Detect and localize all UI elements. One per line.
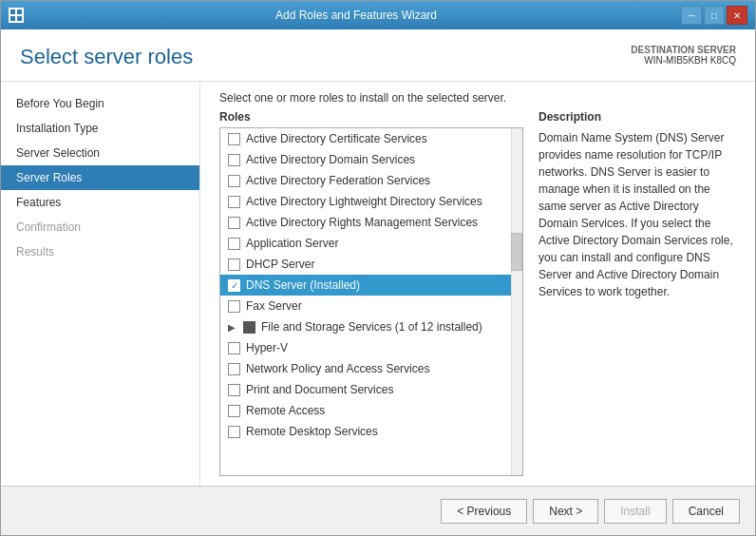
roles-list-container: Roles Active Directory Certificate Servi… xyxy=(219,110,523,476)
nav-item-results: Results xyxy=(1,239,199,264)
scrollbar-thumb[interactable] xyxy=(511,233,522,271)
role-checkbox-dhcp[interactable] xyxy=(228,258,240,271)
role-checkbox-network-policy[interactable] xyxy=(228,363,240,375)
nav-item-server-roles[interactable]: Server Roles xyxy=(1,165,199,190)
role-item-dhcp[interactable]: DHCP Server xyxy=(220,254,522,275)
header-bar: Select server roles DESTINATION SERVER W… xyxy=(1,29,755,82)
description-panel: Description Domain Name System (DNS) Ser… xyxy=(539,110,736,476)
role-checkbox-fax[interactable] xyxy=(228,300,240,313)
role-label-ad-rights: Active Directory Rights Management Servi… xyxy=(246,216,478,229)
roles-label: Roles xyxy=(219,110,523,124)
roles-list[interactable]: Active Directory Certificate Services Ac… xyxy=(219,127,523,476)
description-text: Domain Name System (DNS) Server provides… xyxy=(539,129,736,300)
main-layout: Before You Begin Installation Type Serve… xyxy=(1,82,755,486)
dest-label: DESTINATION SERVER xyxy=(631,45,736,55)
role-label-app-server: Application Server xyxy=(246,237,338,250)
role-label-hyper-v: Hyper-V xyxy=(246,341,288,354)
description-label: Description xyxy=(539,110,736,124)
cancel-button[interactable]: Cancel xyxy=(672,499,740,524)
svg-rect-3 xyxy=(17,16,22,21)
window-controls: ─ □ ✕ xyxy=(681,6,747,25)
app-icon xyxy=(9,8,24,23)
page-title: Select server roles xyxy=(20,45,193,69)
main-window: Add Roles and Features Wizard ─ □ ✕ Sele… xyxy=(0,0,756,536)
close-button[interactable]: ✕ xyxy=(727,6,747,25)
nav-item-features[interactable]: Features xyxy=(1,190,199,215)
role-item-file-storage[interactable]: ▶ File and Storage Services (1 of 12 ins… xyxy=(220,316,522,337)
scrollbar-track[interactable] xyxy=(511,128,522,475)
role-checkbox-ad-lightweight[interactable] xyxy=(228,196,240,208)
nav-item-before-you-begin[interactable]: Before You Begin xyxy=(1,91,199,116)
role-checkbox-ad-cert[interactable] xyxy=(228,133,240,145)
role-checkbox-print-doc[interactable] xyxy=(228,384,240,396)
role-label-network-policy: Network Policy and Access Services xyxy=(246,362,429,375)
role-item-ad-lightweight[interactable]: Active Directory Lightweight Directory S… xyxy=(220,191,522,212)
role-item-ad-rights[interactable]: Active Directory Rights Management Servi… xyxy=(220,212,522,233)
expand-arrow-file-storage[interactable]: ▶ xyxy=(228,322,241,333)
role-label-dns: DNS Server (Installed) xyxy=(246,278,360,292)
window-title: Add Roles and Features Wizard xyxy=(31,9,681,22)
nav-item-server-selection[interactable]: Server Selection xyxy=(1,141,199,165)
role-checkbox-ad-fed[interactable] xyxy=(228,175,240,187)
role-item-app-server[interactable]: Application Server xyxy=(220,233,522,254)
nav-item-confirmation: Confirmation xyxy=(1,215,199,239)
next-button[interactable]: Next > xyxy=(533,499,598,524)
role-checkbox-ad-rights[interactable] xyxy=(228,217,240,229)
top-bar: Select one or more roles to install on t… xyxy=(200,82,755,110)
role-item-network-policy[interactable]: Network Policy and Access Services xyxy=(220,358,522,379)
role-label-remote-access: Remote Access xyxy=(246,404,325,417)
role-item-fax[interactable]: Fax Server xyxy=(220,296,522,316)
previous-button[interactable]: < Previous xyxy=(441,499,527,524)
svg-rect-2 xyxy=(10,16,15,21)
role-item-hyper-v[interactable]: Hyper-V xyxy=(220,337,522,358)
sidebar: Before You Begin Installation Type Serve… xyxy=(1,82,200,486)
install-button[interactable]: Install xyxy=(604,499,666,524)
role-item-print-doc[interactable]: Print and Document Services xyxy=(220,379,522,400)
role-item-remote-desktop[interactable]: Remote Desktop Services xyxy=(220,421,522,442)
role-label-ad-lightweight: Active Directory Lightweight Directory S… xyxy=(246,195,482,208)
role-item-ad-fed[interactable]: Active Directory Federation Services xyxy=(220,170,522,191)
svg-rect-0 xyxy=(10,10,15,14)
maximize-button[interactable]: □ xyxy=(704,6,725,25)
role-checkbox-hyper-v[interactable] xyxy=(228,342,240,354)
role-label-file-storage: File and Storage Services (1 of 12 insta… xyxy=(261,320,482,334)
role-label-ad-domain: Active Directory Domain Services xyxy=(246,153,415,166)
title-bar: Add Roles and Features Wizard ─ □ ✕ xyxy=(1,1,755,29)
role-label-print-doc: Print and Document Services xyxy=(246,383,393,396)
role-checkbox-remote-desktop[interactable] xyxy=(228,426,240,438)
nav-item-installation-type[interactable]: Installation Type xyxy=(1,116,199,141)
role-label-ad-fed: Active Directory Federation Services xyxy=(246,174,430,187)
role-checkbox-file-storage[interactable] xyxy=(243,321,255,334)
role-label-fax: Fax Server xyxy=(246,299,302,313)
role-item-ad-domain[interactable]: Active Directory Domain Services xyxy=(220,149,522,170)
roles-area: Roles Active Directory Certificate Servi… xyxy=(200,110,755,486)
role-checkbox-app-server[interactable] xyxy=(228,238,240,250)
server-name: WIN-MIB5KBH K8CQ xyxy=(631,55,736,66)
role-item-remote-access[interactable]: Remote Access xyxy=(220,400,522,421)
role-checkbox-dns[interactable]: ✓ xyxy=(228,279,240,292)
role-label-remote-desktop: Remote Desktop Services xyxy=(246,425,378,438)
role-item-dns[interactable]: ✓ DNS Server (Installed) xyxy=(220,275,522,296)
instruction-text: Select one or more roles to install on t… xyxy=(219,91,506,105)
minimize-button[interactable]: ─ xyxy=(681,6,702,25)
svg-rect-1 xyxy=(17,10,22,14)
role-label-ad-cert: Active Directory Certificate Services xyxy=(246,132,427,145)
role-checkbox-remote-access[interactable] xyxy=(228,405,240,417)
footer: < Previous Next > Install Cancel xyxy=(1,486,755,535)
right-panel: Select one or more roles to install on t… xyxy=(200,82,755,486)
destination-server: DESTINATION SERVER WIN-MIB5KBH K8CQ xyxy=(631,45,736,66)
role-label-dhcp: DHCP Server xyxy=(246,258,314,271)
role-checkbox-ad-domain[interactable] xyxy=(228,154,240,166)
role-item-ad-cert[interactable]: Active Directory Certificate Services xyxy=(220,128,522,149)
